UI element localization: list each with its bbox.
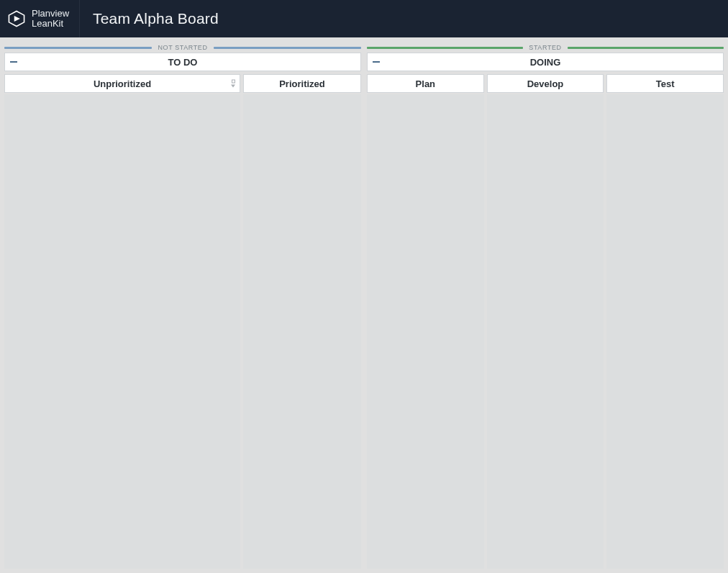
phase-line-left2	[367, 47, 523, 49]
board-title: Team Alpha Board	[80, 10, 219, 27]
phase-label-not-started: NOT STARTED	[152, 44, 213, 51]
lane-column-unprioritized[interactable]	[4, 94, 240, 569]
lane-group-started: STARTED DOING Plan Develop Test	[367, 42, 724, 573]
lane-column-test[interactable]	[606, 94, 724, 569]
brand-line2: LeanKit	[32, 19, 69, 29]
column-header-develop[interactable]: Develop	[487, 74, 604, 93]
lanes-body-todo	[4, 94, 361, 573]
column-header-plan[interactable]: Plan	[367, 74, 484, 93]
lanes-body-doing	[367, 94, 724, 573]
sort-icon[interactable]	[231, 80, 235, 88]
column-label-test: Test	[656, 78, 675, 89]
brand-text: Planview LeanKit	[32, 9, 69, 28]
lane-column-plan[interactable]	[367, 94, 484, 569]
phase-line-left	[4, 47, 152, 49]
column-label-unprioritized: Unprioritized	[94, 78, 151, 89]
svg-marker-1	[14, 16, 20, 22]
stage-header-doing[interactable]: DOING	[367, 53, 724, 71]
column-header-test[interactable]: Test	[606, 74, 724, 93]
columns-header-doing: Plan Develop Test	[367, 74, 724, 93]
column-label-plan: Plan	[416, 78, 435, 89]
phase-line-right	[214, 47, 361, 49]
column-label-prioritized: Prioritized	[279, 78, 325, 89]
column-header-prioritized[interactable]: Prioritized	[243, 74, 361, 93]
lane-group-not-started: NOT STARTED TO DO Unprioritized Prioriti…	[4, 42, 361, 573]
phase-strip-not-started: NOT STARTED	[4, 42, 361, 53]
stage-label-todo: TO DO	[168, 57, 198, 68]
phase-line-right2	[568, 47, 724, 49]
stage-header-todo[interactable]: TO DO	[4, 53, 361, 71]
app-header: Planview LeanKit Team Alpha Board	[0, 0, 728, 37]
brand-block[interactable]: Planview LeanKit	[0, 0, 80, 37]
columns-header-todo: Unprioritized Prioritized	[4, 74, 361, 93]
phase-strip-started: STARTED	[367, 42, 724, 53]
collapse-button-doing[interactable]	[370, 58, 382, 66]
board-area: NOT STARTED TO DO Unprioritized Prioriti…	[0, 37, 728, 573]
planview-logo-icon	[7, 9, 26, 28]
column-label-develop: Develop	[527, 78, 564, 89]
lane-column-prioritized[interactable]	[243, 94, 361, 569]
lane-column-develop[interactable]	[487, 94, 604, 569]
column-header-unprioritized[interactable]: Unprioritized	[4, 74, 240, 93]
brand-line1: Planview	[32, 9, 69, 19]
stage-label-doing: DOING	[530, 57, 561, 68]
collapse-button-todo[interactable]	[8, 58, 19, 66]
phase-label-started: STARTED	[523, 44, 567, 51]
